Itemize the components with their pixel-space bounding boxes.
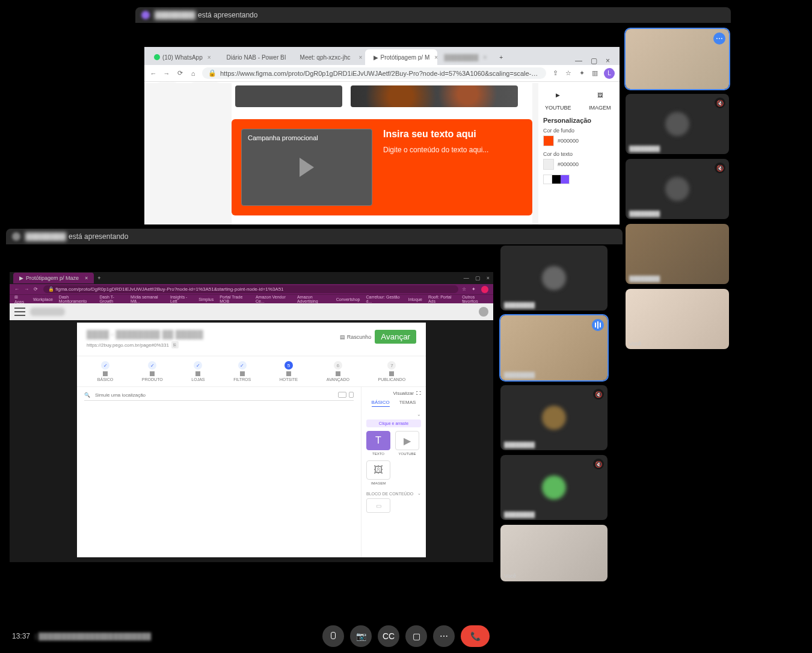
address-bar[interactable]: 🔒 figma.com/proto/DgR0p1gDRD1iEJvUWJAetf… [43, 285, 458, 293]
share-icon[interactable]: ⇪ [551, 69, 559, 78]
desktop-icon[interactable] [338, 392, 346, 398]
bg-color-swatch[interactable] [543, 135, 554, 146]
bookmark-item[interactable]: Amazon Vendor Ce... [256, 295, 291, 303]
draft-button[interactable]: ▤Rascunho [340, 334, 372, 340]
step-publicando[interactable]: 7PUBLICANDO [378, 361, 406, 382]
close-window-icon[interactable]: × [606, 57, 610, 65]
participant-tile[interactable]: 🔇████████ [500, 385, 607, 450]
bookmark-item[interactable]: Roofi: Portal Ads [428, 295, 456, 303]
back-icon[interactable]: ← [149, 69, 158, 78]
step-filtros[interactable]: ✓FILTROS [233, 361, 251, 382]
element-youtube[interactable]: ▶YOUTUBE [395, 431, 419, 456]
text-color-swatch[interactable] [543, 159, 554, 170]
bookmark-item[interactable]: Convertshop [336, 297, 360, 302]
tab-powerbi[interactable]: Diário NAB - Power BI× [218, 49, 291, 65]
canvas-area[interactable]: 🔍 [77, 387, 361, 557]
minimize-icon[interactable]: — [575, 57, 582, 65]
element-imagem[interactable]: 🖼IMAGEM [366, 460, 390, 485]
participant-tile[interactable]: ⋯ [626, 29, 729, 89]
participant-tile[interactable]: 🔇████████ [626, 94, 729, 154]
bookmark-item[interactable]: Outros favoritos [462, 295, 488, 303]
tab-whatsapp[interactable]: (10) WhatsApp× [148, 49, 217, 65]
forward-icon[interactable]: → [24, 286, 30, 292]
participant-tile[interactable]: 🔇████████ [626, 159, 729, 219]
close-icon[interactable]: × [483, 54, 487, 61]
advance-button[interactable]: Avançar [375, 330, 416, 344]
back-icon[interactable]: ← [14, 286, 20, 292]
menu-icon[interactable] [14, 308, 25, 316]
content-block-accordion[interactable]: BLOCO DE CONTEÚDO⌄ [366, 491, 421, 496]
close-icon[interactable]: × [85, 275, 88, 281]
star-icon[interactable]: ☆ [564, 69, 573, 78]
mic-button[interactable] [322, 625, 344, 647]
figma-canvas[interactable]: Campanha promocional Insira seu texto aq… [232, 83, 532, 224]
present-button[interactable]: ▢ [405, 625, 427, 647]
reload-icon[interactable]: ⟳ [34, 286, 40, 292]
star-icon[interactable]: ☆ [462, 286, 468, 292]
user-avatar[interactable] [479, 307, 488, 317]
visualize-button[interactable]: Visualizar⛶ [366, 391, 421, 396]
address-bar[interactable]: 🔒 https://www.figma.com/proto/DgR0p1gDRD… [202, 67, 546, 79]
bookmark-item[interactable]: Workplace [33, 297, 53, 302]
step-produto[interactable]: ✓PRODUTO [142, 361, 163, 382]
captions-button[interactable]: CC [378, 625, 399, 647]
element-image[interactable]: 🖼IMAGEM [585, 88, 615, 111]
end-call-button[interactable]: 📞 [461, 625, 490, 647]
bg-color-value[interactable]: #000000 [558, 138, 579, 144]
tab-temas[interactable]: TEMAS [399, 400, 416, 407]
profile-badge[interactable]: L [604, 68, 615, 79]
reading-list-icon[interactable]: ▥ [591, 69, 599, 78]
new-tab-button[interactable]: + [494, 49, 508, 65]
home-icon[interactable]: ⌂ [189, 69, 197, 78]
close-icon[interactable]: × [434, 54, 437, 61]
close-icon[interactable]: × [208, 54, 211, 61]
forward-icon[interactable]: → [162, 69, 171, 78]
extension-icon[interactable]: ✦ [472, 286, 478, 292]
element-youtube[interactable]: ▶YOUTUBE [543, 88, 573, 111]
video-placeholder[interactable]: Campanha promocional [241, 129, 372, 206]
bookmark-item[interactable]: Dash Monitoramento [59, 295, 94, 303]
step-basico[interactable]: ✓BÁSICO [97, 361, 113, 382]
participant-tile[interactable]: ████████ [626, 224, 729, 284]
participant-tile-self[interactable]: Você [626, 289, 729, 349]
profile-badge[interactable] [481, 286, 488, 293]
step-hotsite[interactable]: 5HOTSITE [280, 361, 298, 382]
tab-meet[interactable]: Meet: qph-xzxc-jhc× [292, 49, 364, 65]
copy-icon[interactable]: ⎘ [171, 341, 179, 348]
bookmark-item[interactable]: Amazon Advertising [297, 295, 330, 303]
participant-tile[interactable]: ████████ [500, 246, 607, 311]
close-window-icon[interactable]: × [487, 275, 490, 281]
maximize-icon[interactable]: ▢ [591, 57, 597, 65]
reload-icon[interactable]: ⟳ [176, 69, 184, 78]
participant-tile[interactable]: 🔇████████ [500, 455, 607, 520]
bookmark-item[interactable]: Dash T-Growth [99, 295, 125, 303]
color-palette[interactable] [543, 175, 570, 184]
more-icon[interactable]: ⋯ [713, 32, 725, 45]
bookmark-item[interactable]: Portal Trade MOB [220, 295, 250, 303]
more-options-button[interactable]: ⋯ [433, 625, 455, 647]
tab-blurred[interactable]: ████████× [438, 49, 493, 65]
close-icon[interactable]: × [358, 54, 362, 61]
step-lojas[interactable]: ✓LOJAS [191, 361, 205, 382]
location-input[interactable] [95, 392, 333, 398]
participant-tile[interactable]: ████████ [500, 315, 607, 380]
tab-figma-bot[interactable]: ▶Protótipagem p/ Maze× [13, 273, 94, 283]
content-block-preview[interactable]: ▭ [366, 498, 390, 513]
bookmark-item[interactable]: Carrefour: Gestão d... [366, 295, 402, 303]
mobile-icon[interactable] [349, 392, 354, 398]
step-avancado[interactable]: 6AVANÇADO [327, 361, 349, 382]
camera-button[interactable]: 📷 [350, 625, 372, 647]
new-tab-button[interactable]: + [97, 275, 100, 281]
bookmark-item[interactable]: Mídia semanal Mã... [131, 295, 164, 303]
element-texto[interactable]: TTEXTO [366, 431, 390, 456]
chevron-down-icon[interactable]: ⌄ [417, 412, 421, 417]
apps-button[interactable]: ⊞ Apps [14, 295, 27, 303]
extension-icon[interactable]: ✦ [577, 69, 586, 78]
minimize-icon[interactable]: — [464, 275, 469, 281]
bookmark-item[interactable]: Insights - Lett [170, 295, 192, 303]
bookmark-item[interactable]: Intoque [408, 297, 422, 302]
tab-basico[interactable]: BÁSICO [372, 400, 390, 407]
bookmark-item[interactable]: Simplus [198, 297, 214, 302]
participant-tile-self[interactable]: Você [500, 525, 607, 581]
tab-figma-active[interactable]: ▶ Protótipagem p/ M× [365, 49, 437, 65]
